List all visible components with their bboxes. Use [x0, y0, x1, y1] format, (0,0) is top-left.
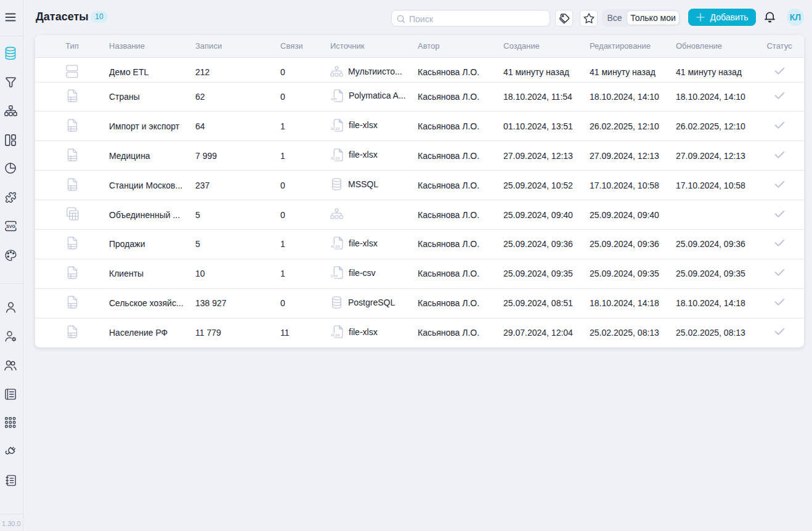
svg-text:SVG: SVG [6, 224, 15, 229]
svg-text:XLSX: XLSX [331, 156, 340, 160]
svg-text:XLSX: XLSX [331, 334, 340, 338]
svg-text:CSV: CSV [331, 275, 338, 278]
svg-text:XLSX: XLSX [331, 245, 340, 249]
svg-text:API: API [331, 97, 337, 101]
svg-text:XLSX: XLSX [331, 127, 340, 131]
